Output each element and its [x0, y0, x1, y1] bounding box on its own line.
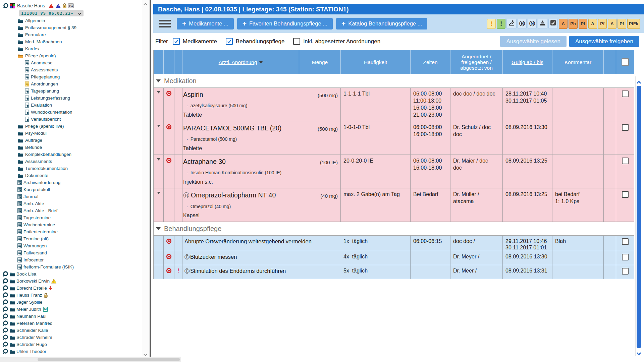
row-expander-icon[interactable] — [157, 158, 160, 161]
order-row[interactable]: ⒷBlutzucker messen4x täglichDr. Meyer /0… — [154, 251, 634, 265]
sidebar-item-psy-modul[interactable]: Psy-Modul — [0, 130, 142, 137]
row-checkbox[interactable] — [622, 254, 629, 260]
checked-box-button[interactable] — [548, 19, 558, 29]
unread-eye-icon[interactable] — [166, 124, 172, 155]
scroll-up-icon[interactable] — [143, 1, 148, 4]
order-row[interactable]: ⒷOmeprazol-ratiopharm NT 40·Omeprazol (4… — [154, 188, 634, 222]
select-all-checkbox[interactable] — [622, 58, 629, 66]
scroll-down-icon[interactable] — [636, 351, 641, 355]
order-row[interactable]: Aspirin·azetylsalicylsäure (500 mg)Table… — [154, 87, 634, 121]
row-checkbox[interactable] — [622, 124, 629, 131]
badge-pffk-tan-button[interactable]: PfFk — [627, 19, 640, 29]
patient-tree-root[interactable]: Basche Hans ! ! P1 — [0, 2, 142, 9]
order-row[interactable]: PARACETAMOL 500MG TBL (20)·Paracetamol (… — [154, 121, 634, 155]
unread-eye-icon[interactable] — [166, 90, 172, 121]
patient-list-item[interactable]: Heuss Franz — [0, 292, 142, 299]
patient-list-item[interactable]: Jäger Sybille — [0, 299, 142, 306]
sidebar-item-kurzprotokoll[interactable]: Kurzprotokoll — [0, 186, 142, 193]
case-selector[interactable]: 111001 VS 06.02.22- — [19, 10, 84, 16]
release-selected-button[interactable]: Ausgewählte freigeben — [569, 36, 639, 47]
filter-option-medikamente[interactable]: Medikamente — [173, 38, 217, 45]
row-checkbox[interactable] — [622, 268, 629, 275]
fall-risk-button[interactable] — [506, 19, 517, 29]
row-checkbox[interactable] — [622, 238, 629, 245]
patient-list-item[interactable]: Ebrecht Estelle — [0, 285, 142, 292]
sidebar-item-dokumente[interactable]: Dokumente — [0, 172, 142, 179]
group-header-care[interactable]: Behandlungspflege — [154, 222, 634, 236]
sidebar-item-termine-alt-[interactable]: Termine (alt) — [0, 235, 142, 242]
patient-list-item[interactable]: Uhlen Theodor — [0, 348, 142, 355]
patient-list-item[interactable]: Petersen Manfred — [0, 320, 142, 327]
collapse-icon[interactable] — [156, 79, 161, 82]
badge-pf-orange-button[interactable]: Pf — [579, 19, 587, 29]
sidebar-item-pflegeplanung[interactable]: Pflegeplanung — [0, 73, 142, 80]
sidebar-scrollbar[interactable] — [142, 0, 149, 356]
order-row[interactable]: Actraphane 30·Insulin Human Kombinations… — [154, 155, 634, 188]
column-header-gueltig[interactable]: Gültig ab / bis — [503, 50, 552, 74]
sidebar-item-med-ma-nahmen[interactable]: Med. Maßnahmen — [0, 38, 142, 45]
checked-checkbox[interactable] — [173, 38, 180, 45]
patient-list-item[interactable]: Schneider Kalle — [0, 327, 142, 334]
circle-b-button[interactable]: Ⓑ — [518, 19, 527, 29]
sidebar-item-freiform-formulare-isik-[interactable]: freiform-Formulare (ISIK) — [0, 263, 142, 270]
checked-checkbox[interactable] — [226, 38, 233, 45]
add-favorites-care-button[interactable]: + Favoriten Behandlungspflege ... — [237, 18, 333, 29]
circle-n-button[interactable]: Ⓝ — [528, 19, 537, 29]
add-catalog-care-button[interactable]: + Katalog Behandlungspflege ... — [336, 18, 427, 29]
order-row[interactable]: !ⒷStimulation des Enddarms durchführen5x… — [154, 265, 634, 279]
sidebar-item-verlaufsbericht[interactable]: Verlaufsbericht — [0, 116, 142, 123]
horizontal-scrollbar[interactable] — [0, 357, 181, 362]
sidebar-item-formulare[interactable]: Formulare — [0, 31, 142, 38]
main-scrollbar[interactable] — [635, 76, 642, 356]
scroll-down-icon[interactable] — [143, 352, 148, 355]
badge-a-tan-2-button[interactable]: A — [608, 19, 616, 29]
menu-icon[interactable] — [159, 18, 171, 29]
sidebar-item-archivanforderung[interactable]: Archivanforderung — [0, 179, 142, 186]
sidebar-item-pflege-apenio-[interactable]: Pflege (apenio) — [0, 52, 142, 59]
sidebar-item-kardex[interactable]: Kardex — [0, 45, 142, 52]
sidebar-item-assessments[interactable]: Assessments — [0, 66, 142, 73]
sidebar-item-wochentermine[interactable]: Wochentermine — [0, 221, 142, 228]
patient-list-item[interactable]: Book Lisa — [0, 270, 142, 278]
badge-a-tan-1-button[interactable]: A — [588, 19, 597, 29]
badge-pf-tan-1-button[interactable]: Pf — [598, 19, 607, 29]
order-row[interactable]: Abrupte Ortsveränderung weitestgehend ve… — [154, 235, 634, 251]
column-header-anordnung[interactable]: Ärztl. Anordnung — [182, 50, 299, 74]
alert-exclamation-yellow-button[interactable]: ! — [487, 19, 496, 29]
row-checkbox[interactable] — [622, 158, 629, 164]
collapse-icon[interactable] — [156, 227, 161, 230]
sidebar-item-infocenter[interactable]: Infocenter — [0, 256, 142, 263]
sidebar-item-wunddokumentation[interactable]: Wunddokumentation — [0, 109, 142, 116]
sidebar-item-journal[interactable]: Journal — [0, 193, 142, 200]
sidebar-item-amb-akte-brief[interactable]: Amb. Akte - Brief — [0, 207, 142, 214]
sidebar-item-allgemein[interactable]: Allgemein — [0, 17, 142, 24]
add-medication-button[interactable]: + Medikamente ... — [177, 18, 234, 29]
filter-option-inkl-abgesetzter-anordnungen[interactable]: inkl. abgesetzter Anordnungen — [293, 38, 380, 45]
unread-eye-icon[interactable] — [166, 268, 172, 279]
sidebar-item-patiententermine[interactable]: Patiententermine — [0, 228, 142, 235]
sidebar-item-komplexbehandlungen[interactable]: Komplexbehandlungen — [0, 151, 142, 158]
row-expander-icon[interactable] — [157, 125, 160, 127]
scrollbar-thumb[interactable] — [38, 358, 180, 361]
unread-eye-icon[interactable] — [166, 254, 172, 265]
sidebar-item-fallversand[interactable]: Fallversand — [0, 249, 142, 256]
sidebar-item-anamnese[interactable]: Anamnese — [0, 59, 142, 66]
sidebar-item-entlassmanagement-39[interactable]: Entlassmanagement § 39 — [0, 24, 142, 31]
sidebar-item-evaluation[interactable]: Evaluation — [0, 102, 142, 109]
sidebar-item-tagesplanung[interactable]: Tagesplanung — [0, 87, 142, 95]
badge-pf-tan-2-button[interactable]: Pf — [618, 19, 626, 29]
alert-exclamation-green-button[interactable]: ! — [497, 19, 505, 29]
sidebar-item-anordnungen[interactable]: Anordnungen — [0, 80, 142, 87]
row-checkbox[interactable] — [622, 90, 629, 97]
unchecked-checkbox[interactable] — [293, 38, 300, 45]
badge-a-orange-button[interactable]: A — [559, 19, 568, 29]
patient-list-item[interactable]: Schrader Wilhelm — [0, 334, 142, 341]
patient-list-item[interactable]: Borkowski Erwin! — [0, 278, 142, 285]
sidebar-item-befunde[interactable]: Befunde — [0, 144, 142, 151]
sidebar-item-pflege-apenio-live-[interactable]: Pflege (apenio live) — [0, 123, 142, 130]
sidebar-item-leistungserfassung[interactable]: Leistungserfassung — [0, 95, 142, 102]
mark-selected-read-button[interactable]: Ausgewählte gelesen — [500, 36, 567, 47]
unread-eye-icon[interactable] — [166, 238, 172, 251]
pyramid-button[interactable] — [538, 19, 547, 29]
sidebar-item-tumordokumentation[interactable]: Tumordokumentation — [0, 165, 142, 172]
